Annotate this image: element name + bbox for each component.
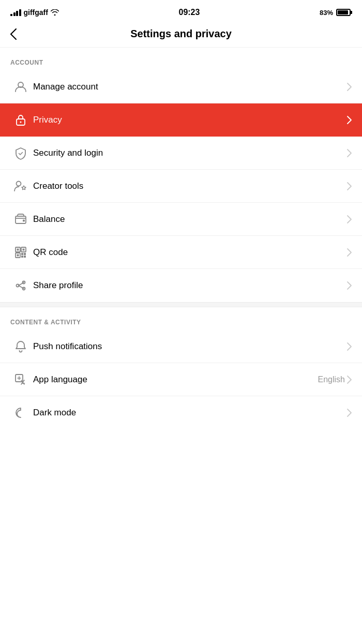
creator-tools-item[interactable]: Creator tools: [0, 170, 362, 203]
share-profile-item[interactable]: Share profile: [0, 269, 362, 302]
back-button[interactable]: [10, 28, 17, 40]
signal-icon: [10, 9, 21, 16]
lock-icon: [10, 113, 31, 127]
chevron-right-icon: [347, 409, 352, 417]
status-right: 83%: [320, 9, 352, 17]
svg-point-3: [17, 181, 21, 186]
privacy-label: Privacy: [33, 115, 347, 125]
status-left: giffgaff: [10, 8, 59, 17]
chevron-right-icon: [347, 215, 352, 223]
svg-rect-15: [24, 256, 26, 258]
chevron-right-icon: [347, 182, 352, 190]
chevron-right-icon: [347, 342, 352, 351]
wallet-icon: [10, 213, 31, 226]
content-activity-section-label: CONTENT & ACTIVITY: [0, 307, 362, 330]
svg-rect-9: [23, 248, 25, 250]
nav-header: Settings and privacy: [0, 23, 362, 48]
status-bar: giffgaff 09:23 83%: [0, 0, 362, 23]
page-title: Settings and privacy: [130, 28, 232, 40]
app-language-label: App language: [33, 375, 318, 385]
svg-point-2: [20, 122, 22, 123]
wifi-icon: [51, 9, 59, 16]
chevron-right-icon: [347, 149, 352, 157]
account-section-label: ACCOUNT: [0, 48, 362, 70]
chevron-right-icon: [347, 248, 352, 257]
chevron-right-icon: [347, 83, 352, 91]
qr-code-item[interactable]: QR code: [0, 236, 362, 269]
bell-icon: [10, 340, 31, 353]
push-notifications-item[interactable]: Push notifications: [0, 330, 362, 363]
chevron-right-icon: [347, 116, 352, 124]
account-section: ACCOUNT Manage account Privacy: [0, 48, 362, 302]
person-star-icon: [10, 179, 31, 193]
battery-icon: [336, 9, 352, 16]
svg-rect-12: [21, 253, 23, 255]
chevron-right-icon: [347, 281, 352, 290]
manage-account-item[interactable]: Manage account: [0, 70, 362, 103]
moon-icon: [10, 406, 31, 420]
svg-rect-7: [17, 248, 19, 250]
time-display: 09:23: [178, 8, 200, 17]
translate-icon: [10, 373, 31, 386]
security-login-label: Security and login: [33, 148, 347, 158]
share-icon: [10, 279, 31, 292]
app-language-value: English: [318, 375, 345, 384]
carrier-name: giffgaff: [24, 8, 48, 17]
content-activity-section: CONTENT & ACTIVITY Push notifications Ap: [0, 307, 362, 429]
svg-rect-13: [24, 253, 26, 255]
balance-item[interactable]: Balance: [0, 203, 362, 236]
person-icon: [10, 80, 31, 94]
chevron-right-icon: [347, 376, 352, 384]
push-notifications-label: Push notifications: [33, 341, 347, 352]
privacy-item[interactable]: Privacy: [0, 103, 362, 137]
balance-label: Balance: [33, 214, 347, 224]
dark-mode-item[interactable]: Dark mode: [0, 396, 362, 429]
svg-rect-11: [17, 254, 19, 256]
manage-account-label: Manage account: [33, 82, 347, 92]
svg-point-18: [17, 284, 19, 287]
creator-tools-label: Creator tools: [33, 181, 347, 191]
security-login-item[interactable]: Security and login: [0, 137, 362, 170]
battery-percentage: 83%: [320, 9, 333, 17]
svg-rect-14: [21, 256, 23, 258]
qr-code-label: QR code: [33, 247, 347, 258]
svg-rect-5: [23, 219, 25, 221]
app-language-item[interactable]: App language English: [0, 363, 362, 396]
shield-icon: [10, 146, 31, 160]
qr-code-icon: [10, 246, 31, 259]
section-divider: [0, 302, 362, 307]
share-profile-label: Share profile: [33, 280, 347, 291]
dark-mode-label: Dark mode: [33, 408, 347, 418]
